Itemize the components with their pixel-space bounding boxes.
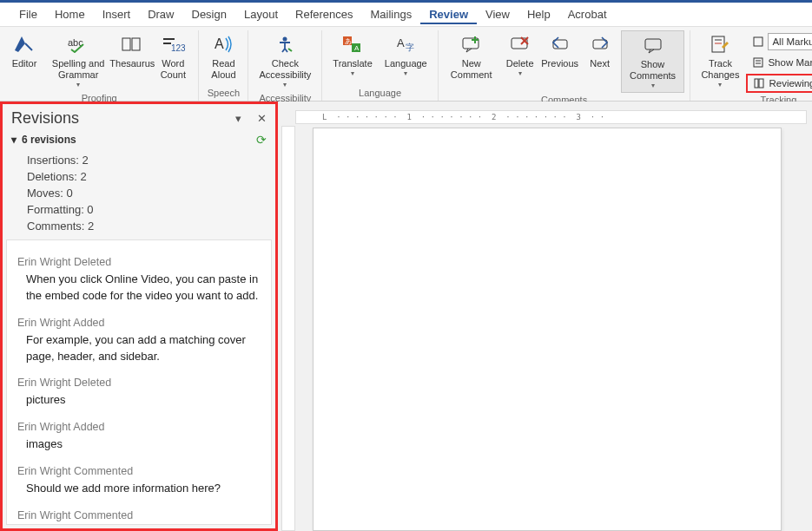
vertical-ruler[interactable]	[281, 126, 295, 531]
thesaurus-button[interactable]: Thesaurus	[113, 30, 151, 71]
group-label-speech: Speech	[208, 86, 240, 101]
revision-author: Erin Wright Commented	[17, 465, 261, 477]
editor-icon	[12, 32, 36, 56]
chevron-down-icon: ▾	[283, 81, 287, 89]
thesaurus-icon	[120, 32, 144, 56]
svg-rect-27	[754, 58, 762, 67]
revision-content: For example, you can add a matching cove…	[17, 332, 261, 365]
revision-author: Erin Wright Commented	[17, 509, 261, 521]
chevron-down-icon: ▾	[718, 81, 722, 89]
menu-home[interactable]: Home	[46, 4, 94, 24]
svg-text:字: 字	[406, 43, 414, 52]
editor-button[interactable]: Editor	[5, 30, 43, 71]
revision-content: images	[17, 436, 261, 453]
reviewingpane-button[interactable]: Reviewing Pane▾	[746, 74, 812, 93]
menu-mailings[interactable]: Mailings	[362, 4, 421, 24]
spelling-icon: abc	[66, 32, 90, 56]
showcomments-button[interactable]: Show Comments▾	[621, 30, 685, 93]
svg-text:A: A	[397, 36, 405, 49]
readaloud-button[interactable]: A Read Aloud	[204, 30, 242, 82]
showmarkup-button[interactable]: Show Markup▾	[746, 53, 812, 72]
menu-view[interactable]: View	[477, 4, 518, 24]
horizontal-ruler[interactable]: L · · · · · · · 1 · · · · · · · 2 · · · …	[295, 110, 807, 124]
chevron-down-icon[interactable]: ▾	[235, 112, 241, 125]
group-proofing: Editor abc Spelling and Grammar▾ Thesaur…	[0, 30, 199, 101]
close-icon[interactable]: ✕	[257, 112, 267, 125]
svg-text:123: 123	[171, 43, 185, 53]
revision-author: Erin Wright Added	[17, 317, 261, 329]
menu-bar: File Home Insert Draw Design Layout Refe…	[0, 3, 812, 27]
stat-moves: Moves: 0	[11, 185, 267, 201]
reviewingpane-icon	[753, 77, 765, 89]
revision-author: Erin Wright Deleted	[17, 256, 261, 268]
prevcomment-button[interactable]: Previous	[541, 30, 579, 71]
spelling-button[interactable]: abc Spelling and Grammar▾	[45, 30, 111, 91]
svg-rect-23	[712, 36, 724, 52]
svg-rect-30	[755, 79, 758, 88]
markup-select[interactable]: All Markup▾	[746, 32, 812, 51]
language-button[interactable]: A字 Language▾	[380, 30, 432, 80]
revisions-list[interactable]: Erin Wright Deleted When you click Onlin…	[6, 239, 272, 525]
menu-insert[interactable]: Insert	[94, 4, 140, 24]
deletecomment-button[interactable]: Delete▾	[501, 30, 539, 80]
document-page[interactable]	[313, 128, 782, 531]
revision-author: Erin Wright Added	[17, 421, 261, 433]
accessibility-button[interactable]: Check Accessibility▾	[254, 30, 316, 91]
menu-layout[interactable]: Layout	[235, 4, 287, 24]
readaloud-icon: A	[211, 32, 235, 56]
menu-review[interactable]: Review	[420, 4, 477, 24]
newcomment-button[interactable]: New Comment	[444, 30, 499, 82]
ribbon: Editor abc Spelling and Grammar▾ Thesaur…	[0, 27, 812, 102]
menu-help[interactable]: Help	[518, 4, 559, 24]
group-comments: New Comment Delete▾ Previous Next Show C…	[439, 30, 691, 101]
svg-text:A: A	[215, 36, 224, 51]
markup-select-icon	[752, 36, 764, 48]
group-language: あA Translate▾ A字 Language▾ Language	[322, 30, 438, 101]
accessibility-icon	[273, 32, 297, 56]
chevron-down-icon: ▾	[351, 69, 354, 78]
revision-entry[interactable]: Erin Wright Commented Should we add more…	[17, 465, 261, 497]
revision-entry[interactable]: Erin Wright Commented I will do some res…	[17, 509, 261, 525]
revision-entry[interactable]: Erin Wright Deleted When you click Onlin…	[17, 256, 261, 305]
chevron-down-icon[interactable]: ▾	[11, 134, 17, 146]
revision-author: Erin Wright Deleted	[17, 377, 261, 389]
revisions-summary: Insertions: 2 Deletions: 2 Moves: 0 Form…	[3, 150, 275, 239]
nextcomment-button[interactable]: Next	[581, 30, 619, 71]
prev-icon	[548, 32, 572, 56]
translate-button[interactable]: あA Translate▾	[327, 30, 377, 80]
wordcount-button[interactable]: 123 Word Count	[153, 30, 193, 82]
wordcount-icon: 123	[161, 32, 185, 56]
svg-text:A: A	[354, 44, 360, 52]
deletecomment-icon	[508, 32, 532, 56]
svg-rect-22	[645, 39, 661, 49]
chevron-down-icon: ▾	[651, 82, 655, 90]
trackchanges-icon	[708, 32, 732, 56]
revision-entry[interactable]: Erin Wright Added For example, you can a…	[17, 317, 261, 365]
showcomments-icon	[641, 33, 665, 57]
menu-file[interactable]: File	[10, 4, 46, 24]
revision-content: Should we add more information here?	[17, 481, 261, 497]
group-accessibility: Check Accessibility▾ Accessibility	[248, 30, 322, 101]
revisions-count: 6 revisions	[22, 134, 76, 146]
menu-acrobat[interactable]: Acrobat	[559, 4, 616, 24]
revision-entry[interactable]: Erin Wright Added images	[17, 421, 261, 453]
newcomment-icon	[459, 32, 484, 56]
stat-insertions: Insertions: 2	[11, 152, 267, 168]
revision-entry[interactable]: Erin Wright Deleted pictures	[17, 377, 261, 409]
group-tracking: Track Changes▾ All Markup▾ Show Markup▾ …	[690, 30, 812, 101]
menu-references[interactable]: References	[287, 4, 361, 24]
chevron-down-icon: ▾	[404, 69, 407, 78]
stat-formatting: Formatting: 0	[11, 201, 267, 218]
menu-draw[interactable]: Draw	[139, 4, 182, 24]
svg-rect-31	[759, 79, 763, 88]
showmarkup-icon	[752, 56, 764, 69]
document-surface: L · · · · · · · 1 · · · · · · · 2 · · · …	[278, 102, 812, 531]
svg-rect-2	[132, 38, 140, 50]
next-icon	[588, 32, 612, 56]
revisions-pane: Revisions ▾ ✕ ▾ 6 revisions ⟳ Insertions…	[0, 102, 278, 531]
refresh-icon[interactable]: ⟳	[256, 133, 267, 147]
svg-rect-26	[754, 37, 762, 46]
revisions-title: Revisions	[11, 109, 79, 128]
trackchanges-button[interactable]: Track Changes▾	[696, 30, 744, 91]
menu-design[interactable]: Design	[183, 4, 235, 24]
